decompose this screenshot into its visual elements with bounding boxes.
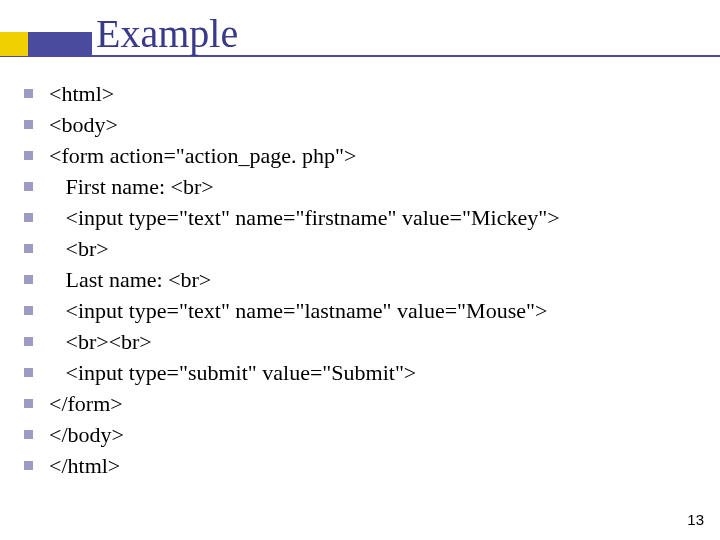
code-line: Last name: <br> bbox=[24, 264, 700, 295]
bullet-icon bbox=[24, 306, 33, 315]
bullet-icon bbox=[24, 244, 33, 253]
page-number: 13 bbox=[687, 511, 704, 528]
code-line: <input type="submit" value="Submit"> bbox=[24, 357, 700, 388]
code-text: Last name: <br> bbox=[49, 267, 211, 293]
bullet-icon bbox=[24, 337, 33, 346]
code-text: </form> bbox=[49, 391, 123, 417]
code-line: <br><br> bbox=[24, 326, 700, 357]
code-text: First name: <br> bbox=[49, 174, 214, 200]
bullet-icon bbox=[24, 182, 33, 191]
code-text: <input type="text" name="lastname" value… bbox=[49, 298, 547, 324]
code-text: </html> bbox=[49, 453, 120, 479]
code-line: <input type="text" name="firstname" valu… bbox=[24, 202, 700, 233]
code-text: <body> bbox=[49, 112, 118, 138]
bullet-icon bbox=[24, 275, 33, 284]
code-line: <html> bbox=[24, 78, 700, 109]
bullet-icon bbox=[24, 89, 33, 98]
bullet-icon bbox=[24, 399, 33, 408]
bullet-icon bbox=[24, 120, 33, 129]
bullet-icon bbox=[24, 430, 33, 439]
code-line: <form action="action_page. php"> bbox=[24, 140, 700, 171]
code-line: </body> bbox=[24, 419, 700, 450]
code-line: <input type="text" name="lastname" value… bbox=[24, 295, 700, 326]
code-line: <body> bbox=[24, 109, 700, 140]
slide-title: Example bbox=[96, 10, 238, 57]
code-text: <br> bbox=[49, 236, 109, 262]
bullet-icon bbox=[24, 368, 33, 377]
header-accent-block bbox=[0, 32, 28, 56]
code-line: </form> bbox=[24, 388, 700, 419]
code-line: <br> bbox=[24, 233, 700, 264]
bullet-icon bbox=[24, 461, 33, 470]
code-text: <html> bbox=[49, 81, 114, 107]
code-line: First name: <br> bbox=[24, 171, 700, 202]
code-text: <form action="action_page. php"> bbox=[49, 143, 356, 169]
code-text: <br><br> bbox=[49, 329, 152, 355]
code-line: </html> bbox=[24, 450, 700, 481]
code-text: <input type="submit" value="Submit"> bbox=[49, 360, 416, 386]
code-text: </body> bbox=[49, 422, 124, 448]
bullet-icon bbox=[24, 151, 33, 160]
bullet-icon bbox=[24, 213, 33, 222]
code-text: <input type="text" name="firstname" valu… bbox=[49, 205, 560, 231]
slide-content: <html> <body> <form action="action_page.… bbox=[24, 78, 700, 481]
